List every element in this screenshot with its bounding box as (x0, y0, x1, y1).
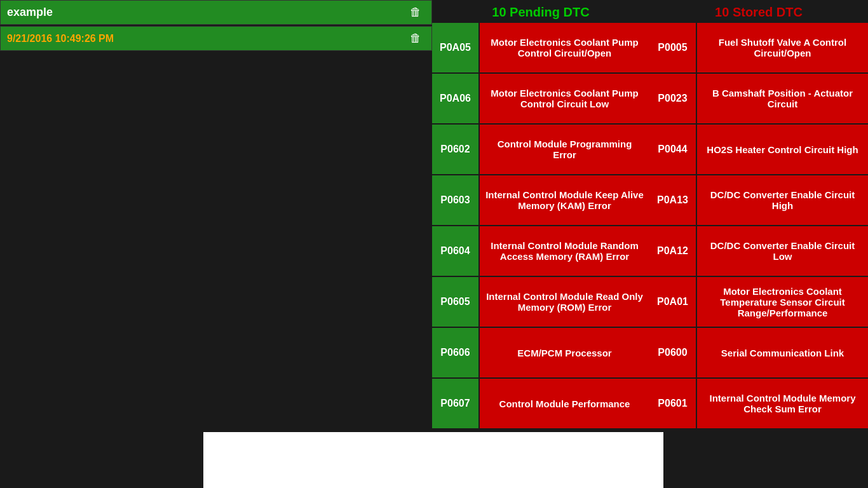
stored-dtc-row[interactable]: P0A13DC/DC Converter Enable Circuit High (649, 175, 868, 226)
pending-dtc-desc: Motor Electronics Coolant Pump Control C… (480, 23, 649, 72)
stored-dtc-code: P0600 (649, 328, 697, 377)
stored-dtc-desc: DC/DC Converter Enable Circuit Low (697, 226, 868, 276)
pending-dtc-code: P0603 (432, 175, 480, 225)
pending-dtc-row[interactable]: P0604Internal Control Module Random Acce… (432, 226, 649, 277)
pending-dtc-row[interactable]: P0607Control Module Performance (432, 379, 649, 430)
pending-dtc-desc: Control Module Performance (480, 379, 649, 428)
stored-dtc-row[interactable]: P0600Serial Communication Link (649, 328, 868, 379)
trash-icon-2: 🗑 (410, 32, 421, 44)
stored-dtc-desc: DC/DC Converter Enable Circuit High (697, 175, 868, 225)
stored-dtc-row[interactable]: P0601Internal Control Module Memory Chec… (649, 379, 868, 430)
pending-dtc-code: P0605 (432, 277, 480, 327)
pending-dtc-code: P0604 (432, 226, 480, 276)
pending-dtc-desc: Internal Control Module Random Access Me… (480, 226, 649, 276)
stored-dtc-code: P0005 (649, 23, 697, 72)
bottom-white-area (203, 432, 663, 488)
pending-dtc-code: P0A06 (432, 74, 480, 123)
stored-dtc-desc: Internal Control Module Memory Check Sum… (697, 379, 868, 428)
stored-dtc-row[interactable]: P0005Fuel Shutoff Valve A Control Circui… (649, 23, 868, 74)
date-delete-button[interactable]: 🗑 (406, 30, 425, 46)
stored-dtc-desc: B Camshaft Position - Actuator Circuit (697, 74, 868, 123)
pending-dtc-desc: Internal Control Module Read Only Memory… (480, 277, 649, 327)
stored-dtc-desc: Fuel Shutoff Valve A Control Circuit/Ope… (697, 23, 868, 72)
stored-dtc-row[interactable]: P0A12DC/DC Converter Enable Circuit Low (649, 226, 868, 277)
pending-dtc-desc: Internal Control Module Keep Alive Memor… (480, 175, 649, 225)
stored-dtc-desc: Serial Communication Link (697, 328, 868, 377)
pending-dtc-row[interactable]: P0605Internal Control Module Read Only M… (432, 277, 649, 328)
stored-dtc-list[interactable]: P0005Fuel Shutoff Valve A Control Circui… (649, 23, 868, 432)
stored-dtc-code: P0A12 (649, 226, 697, 276)
pending-dtc-desc: Motor Electronics Coolant Pump Control C… (480, 74, 649, 123)
pending-dtc-code: P0602 (432, 125, 480, 174)
date-bar: 9/21/2016 10:49:26 PM 🗑 (0, 26, 432, 51)
pending-dtc-row[interactable]: P0602Control Module Programming Error (432, 125, 649, 175)
stored-dtc-desc: HO2S Heater Control Circuit High (697, 125, 868, 174)
header-bar: example 🗑 (0, 0, 432, 25)
pending-dtc-list[interactable]: P0A05Motor Electronics Coolant Pump Cont… (432, 23, 649, 432)
stored-dtc-code: P0044 (649, 125, 697, 174)
pending-dtc-row[interactable]: P0603Internal Control Module Keep Alive … (432, 175, 649, 226)
datetime-label: 9/21/2016 10:49:26 PM (7, 33, 114, 44)
stored-dtc-row[interactable]: P0A01Motor Electronics Coolant Temperatu… (649, 277, 868, 328)
header-delete-button[interactable]: 🗑 (406, 4, 425, 20)
pending-dtc-row[interactable]: P0A06Motor Electronics Coolant Pump Cont… (432, 74, 649, 125)
pending-dtc-desc: ECM/PCM Processor (480, 328, 649, 377)
stored-header: 10 Stored DTC (649, 0, 868, 23)
pending-dtc-code: P0606 (432, 328, 480, 377)
stored-dtc-row[interactable]: P0044HO2S Heater Control Circuit High (649, 125, 868, 175)
pending-dtc-desc: Control Module Programming Error (480, 125, 649, 174)
stored-dtc-code: P0A01 (649, 277, 697, 327)
trash-icon: 🗑 (410, 6, 421, 18)
stored-dtc-code: P0601 (649, 379, 697, 428)
pending-dtc-row[interactable]: P0606ECM/PCM Processor (432, 328, 649, 379)
stored-dtc-code: P0A13 (649, 175, 697, 225)
pending-dtc-code: P0607 (432, 379, 480, 428)
app-title: example (7, 6, 53, 19)
pending-dtc-code: P0A05 (432, 23, 480, 72)
stored-dtc-row[interactable]: P0023B Camshaft Position - Actuator Circ… (649, 74, 868, 125)
stored-dtc-code: P0023 (649, 74, 697, 123)
left-panel: example 🗑 9/21/2016 10:49:26 PM 🗑 (0, 0, 432, 488)
pending-panel: 10 Pending DTC P0A05Motor Electronics Co… (432, 0, 649, 432)
stored-dtc-desc: Motor Electronics Coolant Temperature Se… (697, 277, 868, 327)
stored-panel: 10 Stored DTC P0005Fuel Shutoff Valve A … (649, 0, 868, 432)
pending-dtc-row[interactable]: P0A05Motor Electronics Coolant Pump Cont… (432, 23, 649, 74)
pending-header: 10 Pending DTC (432, 0, 649, 23)
